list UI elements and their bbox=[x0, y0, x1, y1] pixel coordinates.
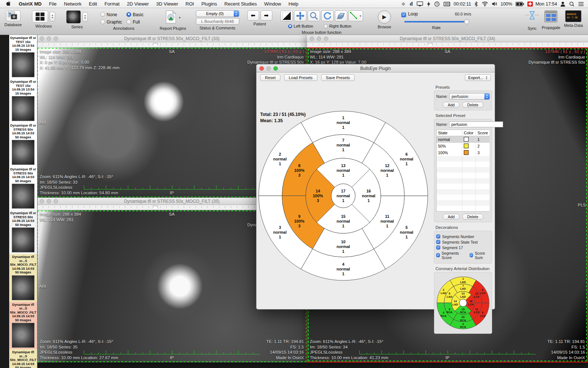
notification-center-icon[interactable] bbox=[578, 0, 584, 8]
state-table-row[interactable]: 50%2 bbox=[437, 143, 490, 149]
menu-item-3d-viewer[interactable]: 3D Viewer bbox=[153, 0, 182, 8]
wifi-icon[interactable] bbox=[481, 0, 489, 8]
sidebar-series-item[interactable]: Dynamique tfl sr...S50x_MOCO_FILT14.09.1… bbox=[9, 254, 37, 302]
sidebar-series-item[interactable]: Dynamique tfl srTEST 15x14.09.15 13:5415… bbox=[9, 35, 37, 79]
score-column-header[interactable]: Score bbox=[476, 130, 490, 136]
sidebar-series-item[interactable]: Dynamique tfl srSTRESS 50x14.09.15 14:03… bbox=[9, 166, 37, 210]
zoom-tool-button[interactable] bbox=[308, 10, 320, 21]
state-table-row[interactable]: 100%3 bbox=[437, 149, 490, 156]
database-button[interactable] bbox=[6, 10, 21, 21]
plugin-titlebar[interactable]: BullsEye Plugin bbox=[257, 64, 495, 72]
measure-tool-chevron-icon[interactable]: ▼ bbox=[359, 15, 362, 17]
rate-slider[interactable] bbox=[404, 21, 469, 22]
menu-clock[interactable]: Mon 17:54 bbox=[535, 1, 557, 7]
dropbox-icon[interactable]: ❖ bbox=[400, 0, 406, 8]
sidebar-series-item[interactable]: Dynamique tfl sr...S50x_MOCO_FILT14.09.1… bbox=[9, 302, 37, 350]
state-color-swatch[interactable] bbox=[464, 144, 469, 148]
windows-stepper[interactable]: ▲▼ bbox=[50, 12, 55, 21]
menu-item-2d-viewer[interactable]: 2D Viewer bbox=[123, 0, 153, 8]
menu-item-roi[interactable]: ROI bbox=[182, 0, 198, 8]
segments-number-checkbox[interactable]: ✓Segments Number bbox=[436, 234, 490, 239]
next-patient-button[interactable]: ➡ bbox=[261, 10, 272, 21]
series-thumbnail[interactable] bbox=[12, 52, 35, 77]
docker-menu-icon[interactable]: d bbox=[409, 0, 413, 8]
viewer33-slider-thumb[interactable] bbox=[153, 43, 158, 47]
presets-delete-button[interactable]: Delete bbox=[462, 102, 483, 108]
segment-17-checkbox[interactable]: ✓Segment 17 bbox=[436, 245, 490, 250]
state-color-swatch[interactable] bbox=[464, 137, 469, 142]
presets-name-dropdown[interactable]: perfusion ▲▼ bbox=[449, 93, 490, 100]
series-stepper[interactable]: ▲▼ bbox=[82, 12, 88, 22]
right-button-radio[interactable]: Right Button bbox=[324, 22, 355, 29]
browse-play-button[interactable]: ▶ bbox=[378, 10, 391, 24]
state-add-button[interactable]: Add bbox=[443, 214, 459, 220]
series-thumbnail[interactable] bbox=[12, 227, 35, 252]
viewer34-slider-thumb[interactable] bbox=[428, 43, 433, 47]
viewer33-titlebar[interactable]: Dynamique tfl sr STRESS 50x_MOCO_FILT (3… bbox=[37, 35, 307, 42]
measure-tool-button[interactable]: ▼ bbox=[348, 10, 363, 21]
apple-menu-icon[interactable] bbox=[0, 1, 15, 7]
lightning-bolt-icon[interactable] bbox=[426, 0, 431, 8]
viewer34-titlebar[interactable]: Dynamique tfl sr STRESS 50x_MOCO_FILT (3… bbox=[307, 35, 588, 42]
sidebar-series-item[interactable]: Dynamique tfl sr...S50x_MOCO_FILT14.09.1… bbox=[9, 349, 37, 368]
series-thumbnail-button[interactable] bbox=[66, 10, 81, 24]
menu-item-file[interactable]: File bbox=[45, 0, 60, 8]
rotate-tool-button[interactable] bbox=[321, 10, 334, 21]
series-thumbnail[interactable] bbox=[12, 140, 35, 165]
annotations-radio-basic[interactable]: Basic bbox=[126, 11, 147, 18]
color-column-header[interactable]: Color bbox=[462, 130, 476, 136]
load-presets-button[interactable]: Load Presets bbox=[284, 74, 318, 81]
menu-item-window[interactable]: Window bbox=[261, 0, 285, 8]
menu-item-edit[interactable]: Edit bbox=[85, 0, 101, 8]
loop-checkbox[interactable]: ✓Loop bbox=[401, 10, 422, 17]
previous-patient-button[interactable]: ⬅ bbox=[247, 10, 259, 21]
status-dropdown[interactable]: Empty (0) ▲▼ bbox=[196, 10, 239, 17]
move-tool-button[interactable] bbox=[294, 10, 306, 21]
sync-button[interactable] bbox=[525, 10, 539, 25]
series-thumbnail[interactable] bbox=[12, 275, 35, 300]
score-sum-checkbox[interactable]: ✓Score Sum bbox=[470, 251, 490, 260]
state-color-swatch[interactable] bbox=[464, 150, 469, 155]
report-plugins-button[interactable] bbox=[165, 10, 177, 25]
time-machine-icon[interactable] bbox=[434, 0, 440, 8]
timer-grid-icon[interactable] bbox=[443, 0, 451, 8]
state-table-row[interactable]: normal1 bbox=[437, 136, 490, 143]
stack-tool-button[interactable] bbox=[335, 10, 347, 21]
menu-item-plugins[interactable]: Plugins bbox=[198, 0, 221, 8]
rate-slider-knob[interactable] bbox=[464, 19, 469, 24]
export-dropdown[interactable]: Export... ▲▼ bbox=[465, 74, 491, 81]
viewer35-slider-thumb[interactable] bbox=[153, 206, 158, 210]
airplay-display-icon[interactable] bbox=[416, 0, 424, 8]
wlww-tool-button[interactable] bbox=[280, 10, 293, 21]
annotations-radio-full[interactable]: Full bbox=[126, 18, 147, 25]
sidebar-series-item[interactable]: Dynamique tfl srTEST 15x14.09.15 13:5415… bbox=[9, 79, 37, 123]
spotlight-search-icon[interactable] bbox=[569, 0, 575, 8]
menu-item-network[interactable]: Network bbox=[60, 0, 85, 8]
bullseye-chart[interactable]: 1normal12normal13normal14normal15normal1… bbox=[257, 109, 431, 282]
series-thumbnail[interactable] bbox=[12, 323, 35, 348]
menu-app-name[interactable]: OsiriX MD bbox=[15, 0, 45, 8]
menu-item-recent-studies[interactable]: Recent Studies bbox=[221, 0, 261, 8]
annotations-radio-graphic[interactable]: Graphic bbox=[100, 18, 126, 25]
swiss-flag-input-icon[interactable] bbox=[527, 1, 533, 7]
viewer34-image-slider[interactable] bbox=[307, 42, 588, 47]
save-presets-button[interactable]: Save Presets bbox=[321, 74, 355, 81]
report-plugins-chevron-icon[interactable]: ▼ bbox=[178, 16, 181, 20]
metadata-button[interactable]: WARNIN AV 7:36 bbox=[565, 10, 581, 22]
state-column-header[interactable]: State bbox=[437, 130, 462, 136]
sidebar-series-item[interactable]: Dynamique tfl srSTRESS 50x14.09.15 14:03… bbox=[9, 210, 37, 254]
reset-button[interactable]: Reset bbox=[260, 74, 280, 81]
timer-value[interactable]: 00:02:11 bbox=[453, 1, 471, 7]
user-icon[interactable] bbox=[560, 0, 566, 8]
bluetooth-icon[interactable] bbox=[474, 0, 478, 8]
selected-preset-name-input[interactable] bbox=[449, 121, 503, 127]
menu-item-format[interactable]: Format bbox=[101, 0, 123, 8]
viewer33-image-slider[interactable] bbox=[37, 42, 307, 47]
state-delete-button[interactable]: Delete bbox=[462, 214, 483, 220]
windows-layout-button[interactable] bbox=[32, 10, 48, 23]
menu-item-help[interactable]: Help bbox=[285, 0, 302, 8]
volume-icon[interactable] bbox=[491, 0, 498, 8]
segments-state-text-checkbox[interactable]: ✓Segments State Text bbox=[436, 240, 490, 244]
propagate-button[interactable] bbox=[544, 10, 558, 24]
left-button-radio[interactable]: Left Button bbox=[288, 22, 317, 29]
